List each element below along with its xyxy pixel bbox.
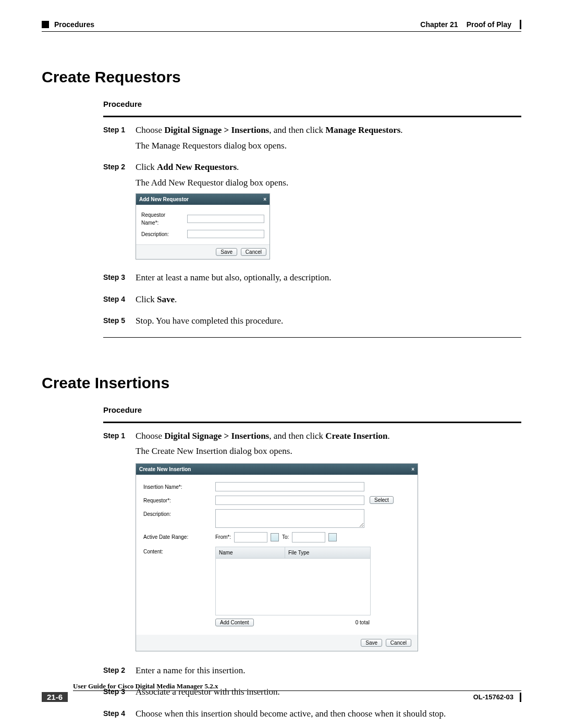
calendar-icon[interactable] [328,533,337,541]
col-type: File Type [285,547,370,558]
dialog-create-insertion: Create New Insertion × Insertion Name*: … [136,463,418,651]
header-bar-icon [520,20,521,29]
save-button[interactable]: Save [361,639,382,647]
requestor-input[interactable] [215,496,364,505]
header-chapter: Chapter 21 [420,20,458,29]
content-label: Content: [143,547,215,556]
header-rule [42,31,521,32]
step-body: Click Save. [136,293,521,309]
step-body: Choose when this insertion should become… [136,707,521,723]
dialog-add-requestor: Add New Requestor × Requestor Name*: Des… [136,193,270,260]
step-body: Enter a name for this insertion. [136,664,521,680]
step-label: Step 1 [103,429,136,441]
save-button[interactable]: Save [216,248,237,256]
step-label: Step 4 [103,707,136,719]
heading-insertions: Create Insertions [42,374,521,392]
close-icon[interactable]: × [263,195,266,203]
step-label: Step 5 [103,314,136,326]
footer-guide-title: User Guide for Cisco Digital Media Manag… [73,682,521,690]
insertion-name-input[interactable] [215,482,364,491]
calendar-icon[interactable] [271,533,279,541]
step-label: Step 1 [103,124,136,135]
step-body: Choose Digital Signage > Insertions, and… [136,429,521,658]
to-label: To: [282,533,289,541]
step-label: Step 2 [103,664,136,676]
close-icon[interactable]: × [411,465,414,473]
description-label: Description: [143,509,215,518]
insertion-name-label: Insertion Name*: [143,482,215,491]
step-body: Stop. You have completed this procedure. [136,314,521,330]
heading-requestors: Create Requestors [42,68,521,86]
dialog-title: Add New Requestor [139,195,189,203]
step-body: Choose Digital Signage > Insertions, and… [136,124,521,154]
cancel-button[interactable]: Cancel [241,248,266,256]
procedure-label: Procedure [103,405,521,414]
from-label: From*: [215,533,231,541]
doc-number: OL-15762-03 [473,693,513,701]
add-content-button[interactable]: Add Content [215,619,254,626]
requestor-desc-input[interactable] [187,230,264,238]
total-count: 0 total [356,619,370,626]
requestor-name-label: Requestor Name*: [141,211,184,227]
thin-rule [103,337,521,338]
select-button[interactable]: Select [370,496,394,504]
cancel-button[interactable]: Cancel [386,639,411,647]
footer-rule [73,690,521,691]
step-body: Enter at least a name but also, optional… [136,271,521,287]
active-range-label: Active Date Range: [143,532,215,541]
thick-rule [103,422,521,423]
page-footer: User Guide for Cisco Digital Media Manag… [42,682,521,702]
to-date-input[interactable] [292,532,325,542]
procedure-label: Procedure [103,100,521,108]
header-square-icon [42,21,49,28]
header-title: Proof of Play [467,20,511,29]
dialog-title: Create New Insertion [139,465,191,473]
content-table: Name File Type [215,547,371,615]
thick-rule [103,116,521,117]
requestor-desc-label: Description: [141,230,184,238]
requestor-name-input[interactable] [187,215,264,223]
description-input[interactable] [215,509,364,528]
step-body: Click Add New Requestors. The Add New Re… [136,161,521,265]
step-label: Step 2 [103,161,136,172]
col-name: Name [216,547,285,558]
running-header: Procedures Chapter 21 Proof of Play [42,20,521,29]
header-procedures: Procedures [54,20,94,29]
step-label: Step 3 [103,271,136,283]
requestor-label: Requestor*: [143,496,215,504]
footer-bar-icon [520,693,521,702]
from-date-input[interactable] [234,532,267,542]
page-number: 21-6 [42,692,68,702]
step-label: Step 4 [103,293,136,305]
